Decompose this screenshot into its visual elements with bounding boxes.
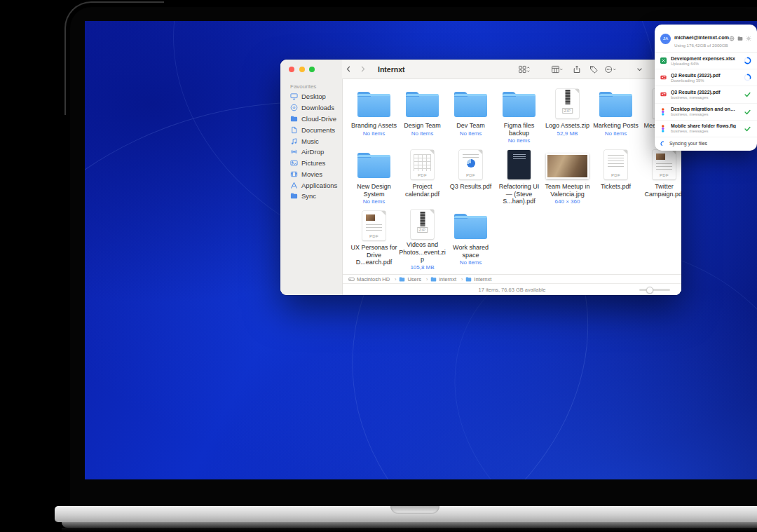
sync-file-row[interactable]: Development expenses.xlsx Uploading 64% [655,53,757,69]
sidebar-item[interactable]: Applications [280,179,342,191]
pdf-file-icon [660,90,667,98]
sidebar-item[interactable]: Pictures [280,158,342,169]
finder-sidebar: Favourites Desktop Downloads Cloud-Drive… [280,60,343,295]
folder-icon[interactable] [737,36,743,41]
grid-view-icon[interactable] [518,64,531,74]
file-name: Dev Team [456,122,484,130]
breadcrumb-separator: › [461,277,463,282]
tag-icon[interactable] [589,64,598,74]
hd-icon [348,276,355,282]
globe-icon[interactable] [729,36,735,41]
zoom-button[interactable] [309,67,315,72]
file-grid: Branding Assets No items Design Team No … [343,79,681,275]
file-icon: ZIP [543,88,592,120]
slider-knob[interactable] [646,287,653,294]
applications-icon [290,182,298,189]
file-item[interactable]: Work shared space No items [446,210,495,271]
sync-file-row[interactable]: Mobile share folder flows.fig business, … [655,121,757,137]
sidebar-item-label: Pictures [301,159,325,167]
back-button[interactable] [345,65,353,73]
chevron-down-icon[interactable] [636,64,643,74]
file-item[interactable]: Dev Team No items [446,88,495,149]
file-meta: 52,9 MB [557,130,578,137]
file-item[interactable]: Branding Assets No items [350,88,398,149]
toolbar-icons [518,60,643,79]
file-item[interactable]: PDF Twitter Campaign.pdf [640,149,681,210]
breadcrumb-item[interactable]: Macintosh HD › [348,276,399,282]
sidebar-item[interactable]: AirDrop [280,146,342,158]
sync-file-row[interactable]: Q2 Results (2022).pdf Downloading 35% [655,69,757,86]
file-icon: PDF [398,149,446,181]
minimize-button[interactable] [299,67,305,72]
sync-file-status: Uploading 64% [671,62,741,66]
icon-size-slider[interactable] [639,289,670,291]
sidebar-item-label: Applications [301,182,337,189]
file-item[interactable]: Team Meetup in Valencia.jpg 640 × 360 [543,149,592,210]
figma-icon [660,125,667,132]
desktop-screenshot: Favourites Desktop Downloads Cloud-Drive… [0,0,757,532]
breadcrumb-label: internxt [439,276,456,282]
share-icon[interactable] [573,64,581,74]
file-name: Q3 Results.pdf [450,183,492,191]
xlsx-icon [660,57,667,64]
file-item[interactable]: Refactoring UI — (Steve S...han).pdf [495,149,543,210]
breadcrumb-item[interactable]: internxt › [430,276,465,282]
file-item[interactable]: PDF Tickets.pdf [592,149,640,210]
sidebar-item[interactable]: Desktop [280,91,342,102]
mini-folder-icon [399,276,405,282]
file-meta: No items [460,130,482,137]
breadcrumb-item[interactable]: Users › [399,276,430,282]
sync-file-status: business, messages [671,129,741,133]
file-icon [446,210,495,242]
sidebar-item[interactable]: Downloads [280,102,342,114]
file-name: Design Team [404,122,440,130]
file-item[interactable]: PDF UX Personas for Drive D...earch.pdf [350,210,398,271]
sidebar-item[interactable]: Cloud-Drive [280,114,342,125]
file-name: Videos and Photos...event.zip [399,241,446,264]
file-icon [592,88,640,120]
window-controls [289,67,315,72]
sync-file-row[interactable]: Q3 Results (2022).pdf business, messages [655,86,757,103]
breadcrumb-item[interactable]: Internxt › [465,276,491,282]
document-icon [290,126,298,134]
sidebar-item[interactable]: Sync [280,191,342,202]
check-icon [744,125,751,132]
breadcrumb-separator: › [426,277,428,282]
file-meta: 640 × 360 [555,198,580,205]
file-name: Marketing Posts [593,122,639,130]
close-button[interactable] [289,67,294,72]
file-item[interactable]: Design Team No items [398,88,446,149]
gear-icon[interactable] [746,36,751,41]
sidebar-item-label: Downloads [301,104,334,111]
sidebar-item[interactable]: Movies [280,168,342,179]
file-name: Logo Assets.zip [545,122,589,130]
sidebar-list: Desktop Downloads Cloud-Drive Documents … [280,91,342,202]
sidebar-item-label: AirDrop [301,148,324,156]
file-item[interactable]: ZIP Logo Assets.zip 52,9 MB [543,88,592,149]
pictures-icon [290,159,298,167]
file-item[interactable]: Marketing Posts No items [592,88,640,149]
path-bar: Macintosh HD › Users › internxt › Intern… [343,274,681,284]
group-view-icon[interactable] [551,64,564,74]
file-meta: No items [508,137,531,144]
file-name: Team Meetup in Valencia.jpg [544,183,592,198]
sync-file-list: Development expenses.xlsx Uploading 64% … [655,53,757,137]
file-item[interactable]: Figma files backup No items [495,88,543,149]
account-email: michael@internxt.com [674,34,729,41]
sidebar-item[interactable]: Documents [280,124,342,135]
more-actions-icon[interactable] [604,64,617,74]
sidebar-item[interactable]: Music [280,135,342,146]
file-name: Branding Assets [351,122,397,130]
file-item[interactable]: ZIP Videos and Photos...event.zip 105,8 … [398,210,446,271]
laptop-shadow [62,528,757,531]
file-item[interactable]: New Design System No items [350,149,398,210]
pdf-file-icon [660,74,667,81]
laptop-lid-notch [390,506,439,514]
file-item[interactable]: PDF Project calendar.pdf [398,149,446,210]
forward-button[interactable] [359,65,367,73]
sync-footer-text: Syncing your files [669,141,707,146]
file-item[interactable]: PDF Q3 Results.pdf [446,149,495,210]
file-meta: No items [411,130,434,137]
laptop-base-edge [62,522,757,528]
sync-file-row[interactable]: Desktop migration and onboardi... busine… [655,104,757,121]
